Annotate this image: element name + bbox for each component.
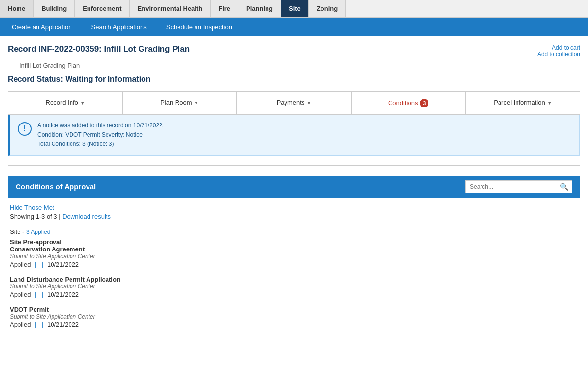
top-nav-item-planning[interactable]: Planning [238,0,281,17]
condition-name-2: Land Disturbance Permit Application [10,276,578,283]
group-count: 3 Applied [26,229,50,235]
tab-payments[interactable]: Payments▼ [237,92,351,114]
tab-label-payments: Payments [277,99,305,106]
notice-line2: Condition: VDOT Permit Severity: Notice [37,131,143,138]
sub-nav-item-create[interactable]: Create an Application [2,18,82,36]
tab-parcel-info[interactable]: Parcel Information▼ [466,92,580,114]
tabs-bar: Record Info▼Plan Room▼Payments▼Condition… [8,91,580,114]
condition-name-1: Site Pre-approval [10,238,578,246]
condition-status-2: Applied | | 10/21/2022 [10,291,578,298]
tab-arrow-plan-room: ▼ [194,100,199,106]
date-1: 10/21/2022 [47,261,79,268]
condition-submit-1: Submit to Site Application Center [10,253,578,260]
condition-name-3: VDOT Permit [10,306,578,313]
condition-item-3: VDOT Permit Submit to Site Application C… [10,306,578,328]
hide-met-link[interactable]: Hide Those Met [10,204,54,211]
top-nav-item-home[interactable]: Home [0,0,34,17]
tab-label-conditions: Conditions [388,99,418,107]
sub-nav-item-search[interactable]: Search Applications [82,18,157,36]
notice-line1: A notice was added to this record on 10/… [37,122,164,129]
top-nav-item-environmental-health[interactable]: Environmental Health [130,0,211,17]
condition-item-2: Land Disturbance Permit Application Subm… [10,276,578,298]
condition-status-1: Applied | | 10/21/2022 [10,261,578,268]
status-label-2: Applied [10,291,31,298]
date-3: 10/21/2022 [47,321,79,328]
record-header: Record INF-2022-00359: Infill Lot Gradin… [8,44,580,58]
record-title: Record INF-2022-00359: Infill Lot Gradin… [8,44,190,54]
condition-submit-2: Submit to Site Application Center [10,283,578,290]
tab-arrow-record-info: ▼ [80,100,85,106]
top-navigation: HomeBuildingEnforcementEnvironmental Hea… [0,0,588,18]
conditions-search-box[interactable]: 🔍 [465,180,572,193]
top-nav-item-site[interactable]: Site [281,0,309,17]
showing-text: Showing 1-3 of 3 | Download results [10,213,578,220]
conditions-content: Hide Those Met Showing 1-3 of 3 | Downlo… [8,204,580,328]
status-label-1: Applied [10,261,31,268]
condition-status-3: Applied | | 10/21/2022 [10,321,578,328]
condition-submit-3: Submit to Site Application Center [10,313,578,320]
condition-group-header: Site - 3 Applied [10,228,578,235]
group-name: Site - [10,228,26,235]
notice-box: ! A notice was added to this record on 1… [8,115,580,156]
top-nav-item-building[interactable]: Building [34,0,75,17]
tab-label-record-info: Record Info [46,99,78,106]
tab-label-parcel-info: Parcel Information [494,99,545,106]
condition-group-site: Site - 3 Applied Site Pre-approval Conse… [10,228,578,328]
status-label-3: Applied [10,321,31,328]
notice-icon: ! [18,122,32,136]
notice-text: A notice was added to this record on 10/… [37,121,164,149]
condition-item-1: Site Pre-approval Conservation Agreement… [10,238,578,268]
record-subtitle: Infill Lot Grading Plan [19,62,580,69]
sub-nav-item-schedule[interactable]: Schedule an Inspection [157,18,242,36]
top-nav-item-fire[interactable]: Fire [211,0,238,17]
record-actions: Add to cart Add to collection [537,44,580,58]
date-2: 10/21/2022 [47,291,79,298]
record-status: Record Status: Waiting for Information [8,75,580,84]
tab-arrow-payments: ▼ [306,100,311,106]
conditions-search-input[interactable] [470,183,560,190]
top-nav-item-zoning[interactable]: Zoning [309,0,346,17]
conditions-header: Conditions of Approval 🔍 [8,176,580,198]
condition-subname-1: Conservation Agreement [10,246,578,253]
tab-badge-conditions: 3 [420,99,428,107]
conditions-section: Conditions of Approval 🔍 Hide Those Met … [8,176,580,328]
tab-record-info[interactable]: Record Info▼ [8,92,123,114]
tab-label-plan-room: Plan Room [160,99,192,106]
add-to-cart-link[interactable]: Add to cart [537,44,580,51]
sub-navigation: Create an ApplicationSearch Applications… [0,18,588,36]
notice-line3: Total Conditions: 3 (Notice: 3) [37,141,114,147]
top-nav-item-enforcement[interactable]: Enforcement [75,0,129,17]
add-to-collection-link[interactable]: Add to collection [537,51,580,58]
search-icon[interactable]: 🔍 [560,183,568,191]
download-results-link[interactable]: Download results [62,213,111,220]
conditions-title: Conditions of Approval [16,182,96,191]
tab-conditions[interactable]: Conditions3 [352,92,466,114]
tab-arrow-parcel-info: ▼ [547,100,552,106]
main-content: Record INF-2022-00359: Infill Lot Gradin… [0,36,588,328]
showing-count: Showing 1-3 of 3 [10,213,57,220]
tab-plan-room[interactable]: Plan Room▼ [123,92,237,114]
